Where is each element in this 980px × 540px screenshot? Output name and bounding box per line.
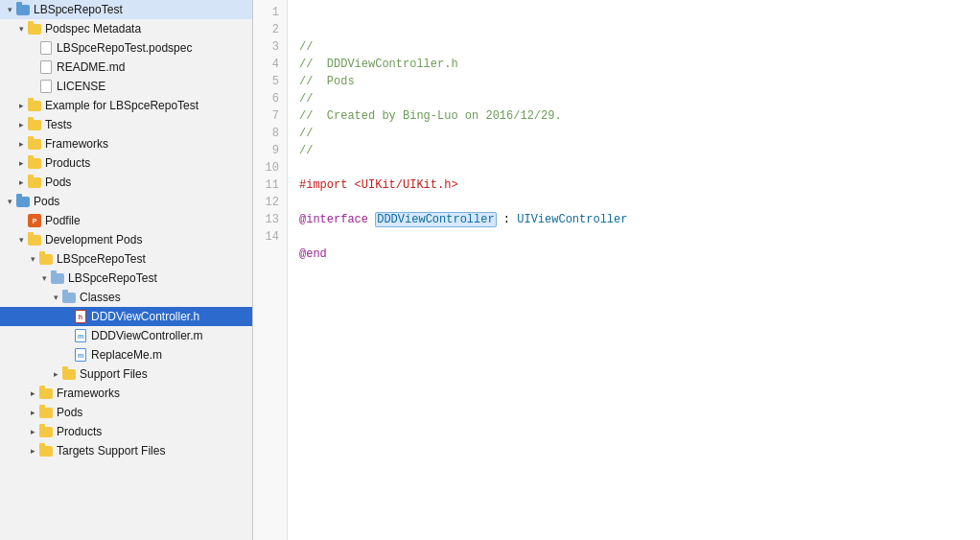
tree-arrow: ▸ <box>15 138 27 150</box>
sidebar-item-example[interactable]: ▸Example for LBSpceRepoTest <box>0 96 252 115</box>
sidebar-item-podspec-metadata[interactable]: ▾Podspec Metadata <box>0 19 252 38</box>
folder-icon <box>61 366 77 382</box>
sidebar-item-readme[interactable]: README.md <box>0 58 252 77</box>
sidebar-item-label: Classes <box>80 291 121 304</box>
folder-icon <box>38 251 54 267</box>
sidebar-item-classes[interactable]: ▾Classes <box>0 288 252 307</box>
tree-arrow <box>27 61 38 73</box>
line-number: 11 <box>253 176 287 194</box>
comment-token: // <box>299 92 313 106</box>
sidebar-item-podfile[interactable]: PPodfile <box>0 211 252 230</box>
sidebar-item-label: README.md <box>57 60 125 74</box>
tree-arrow <box>61 330 73 341</box>
comment-token: // DDDViewController.h <box>299 58 458 71</box>
source-file-icon: m <box>73 328 88 343</box>
sidebar-item-products1[interactable]: ▸Products <box>0 153 252 173</box>
sidebar-item-label: Products <box>45 156 90 170</box>
folder-icon <box>38 405 54 420</box>
sidebar-item-lbspce-root[interactable]: ▾LBSpceRepoTest <box>0 0 252 19</box>
line-number: 10 <box>253 159 287 176</box>
sidebar-item-pods2[interactable]: ▸Pods <box>0 403 252 422</box>
tree-arrow <box>27 42 38 54</box>
code-line <box>299 159 980 176</box>
sidebar-item-replace-m[interactable]: mReplaceMe.m <box>0 345 252 364</box>
sidebar-item-lbspce-podspec[interactable]: LBSpceRepoTest.podspec <box>0 38 252 58</box>
sidebar-item-label: LBSpceRepoTest.podspec <box>57 41 192 55</box>
code-editor: 1234567891011121314 //// DDDViewControll… <box>253 0 980 540</box>
sidebar-item-tests[interactable]: ▸Tests <box>0 115 252 134</box>
comment-token: // Created by Bing-Luo on 2016/12/29. <box>299 109 562 123</box>
code-line: // <box>299 125 980 142</box>
code-line: @interface DDDViewController : UIViewCon… <box>299 211 980 228</box>
sidebar-item-dev-pods[interactable]: ▾Development Pods <box>0 230 252 249</box>
code-line: #import <UIKit/UIKit.h> <box>299 176 980 194</box>
file-navigator: ▾LBSpceRepoTest▾Podspec MetadataLBSpceRe… <box>0 0 253 540</box>
code-line: // <box>299 142 980 159</box>
tree-arrow: ▸ <box>27 387 38 399</box>
sidebar-item-label: Frameworks <box>45 137 108 151</box>
line-number: 3 <box>253 38 287 56</box>
project-icon <box>15 2 31 17</box>
line-number: 5 <box>253 73 287 90</box>
sidebar-item-products2[interactable]: ▸Products <box>0 422 252 441</box>
sidebar-item-label: DDDViewController.h <box>91 310 199 323</box>
line-numbers: 1234567891011121314 <box>253 0 288 540</box>
tree-arrow: ▸ <box>27 407 38 418</box>
line-number: 4 <box>253 56 287 73</box>
code-line: // DDDViewController.h <box>299 56 980 73</box>
sidebar-item-label: Frameworks <box>57 387 120 400</box>
sidebar-item-label: Example for LBSpceRepoTest <box>45 99 198 112</box>
tree-arrow <box>61 349 73 361</box>
code-line: // <box>299 90 980 107</box>
sidebar-item-label: Support Files <box>80 367 148 381</box>
sidebar-item-label: Podfile <box>45 214 81 227</box>
folder-icon <box>38 386 54 401</box>
sidebar-item-label: LBSpceRepoTest <box>57 252 146 266</box>
sidebar-item-frameworks2[interactable]: ▸Frameworks <box>0 384 252 403</box>
tree-arrow: ▸ <box>50 368 61 380</box>
folder-icon <box>27 232 42 247</box>
tree-arrow: ▾ <box>27 253 38 265</box>
sidebar-item-label: Pods <box>34 195 59 208</box>
sidebar-item-targets-support[interactable]: ▸Targets Support Files <box>0 441 252 460</box>
code-line: // <box>299 38 980 56</box>
sidebar-item-label: Development Pods <box>45 233 142 247</box>
sidebar-item-pods1-top[interactable]: ▸Pods <box>0 173 252 192</box>
tree-arrow: ▾ <box>4 196 15 207</box>
sidebar-item-ddd-m[interactable]: mDDDViewController.m <box>0 326 252 345</box>
sidebar-item-support-files[interactable]: ▸Support Files <box>0 364 252 384</box>
tree-arrow <box>61 311 73 322</box>
sidebar-item-lbspce3[interactable]: ▾LBSpceRepoTest <box>0 269 252 288</box>
folder-icon <box>27 21 42 36</box>
tree-arrow: ▸ <box>15 176 27 188</box>
import-token: #import <UIKit/UIKit.h> <box>299 178 458 192</box>
keyword-token: @end <box>299 247 327 261</box>
code-line: @end <box>299 246 980 263</box>
tree-arrow: ▾ <box>4 4 15 15</box>
comment-token: // Pods <box>299 75 355 88</box>
comment-token: // <box>299 40 313 54</box>
sidebar-item-frameworks1[interactable]: ▸Frameworks <box>0 134 252 153</box>
file-icon <box>38 79 54 94</box>
class-name-highlighted: DDDViewController <box>375 212 496 227</box>
header-file-icon: h <box>73 309 88 324</box>
tree-arrow: ▸ <box>15 157 27 169</box>
tree-arrow: ▸ <box>15 100 27 111</box>
import-keyword: #import <box>299 178 355 192</box>
sidebar-item-ddd-h[interactable]: hDDDViewController.h <box>0 307 252 326</box>
tree-arrow: ▾ <box>15 234 27 246</box>
sidebar-item-lbspce2[interactable]: ▾LBSpceRepoTest <box>0 249 252 269</box>
source-file-icon: m <box>73 347 88 363</box>
class-name-token: UIViewController <box>517 213 627 226</box>
keyword-token: @interface <box>299 213 368 226</box>
line-number: 9 <box>253 142 287 159</box>
sidebar-item-label: LBSpceRepoTest <box>34 3 123 16</box>
comment-token: // <box>299 144 313 157</box>
sidebar-item-label: DDDViewController.m <box>91 329 202 342</box>
tree-arrow: ▾ <box>50 292 61 303</box>
sidebar-item-pods-group[interactable]: ▾Pods <box>0 192 252 211</box>
sidebar-item-license[interactable]: LICENSE <box>0 77 252 96</box>
tree-arrow <box>15 215 27 226</box>
folder-icon <box>27 136 42 152</box>
sidebar-item-label: LBSpceRepoTest <box>68 271 157 285</box>
